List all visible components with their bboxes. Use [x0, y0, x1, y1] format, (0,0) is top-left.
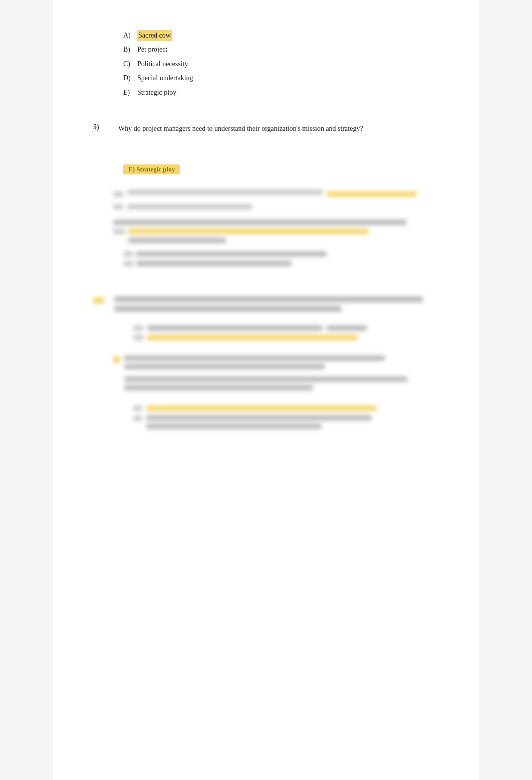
next-question-section	[93, 296, 439, 429]
blurred-text-block-1	[93, 220, 439, 243]
question-5-row: 5) Why do project managers need to under…	[93, 123, 439, 134]
option-c-text: Political necessity	[137, 59, 188, 70]
answer-highlight-area: E) Strategic ploy	[93, 164, 439, 174]
option-a-text: Sacred cow	[137, 30, 172, 41]
option-d: D) Special undertaking	[123, 73, 439, 84]
option-c-label: C)	[123, 59, 137, 70]
option-b: B) Pet project	[123, 44, 439, 55]
blurred-answers-q5	[93, 189, 439, 210]
question-5-section: 5) Why do project managers need to under…	[93, 123, 439, 134]
option-d-label: D)	[123, 73, 137, 84]
option-e-label: E)	[123, 87, 137, 98]
blurred-more-answers	[93, 406, 439, 429]
page: A) Sacred cow B) Pet project C) Politica…	[53, 0, 479, 780]
question-5-text: Why do project managers need to understa…	[118, 123, 439, 134]
blurred-answer-list	[93, 251, 439, 266]
options-list: A) Sacred cow B) Pet project C) Politica…	[93, 30, 439, 98]
option-c: C) Political necessity	[123, 59, 439, 70]
answer-tag: E) Strategic ploy	[123, 164, 180, 174]
option-e: E) Strategic ploy	[123, 87, 439, 98]
option-b-label: B)	[123, 44, 137, 55]
blurred-q6-row	[93, 296, 439, 315]
option-b-text: Pet project	[137, 44, 167, 55]
option-e-text: Strategic ploy	[137, 87, 176, 98]
option-d-text: Special undertaking	[137, 73, 193, 84]
option-a: A) Sacred cow	[123, 30, 439, 41]
blurred-sub-answers	[93, 325, 439, 340]
question-5-number: 5)	[93, 123, 108, 131]
option-a-label: A)	[123, 30, 137, 41]
blurred-paragraph-answer	[93, 355, 439, 391]
